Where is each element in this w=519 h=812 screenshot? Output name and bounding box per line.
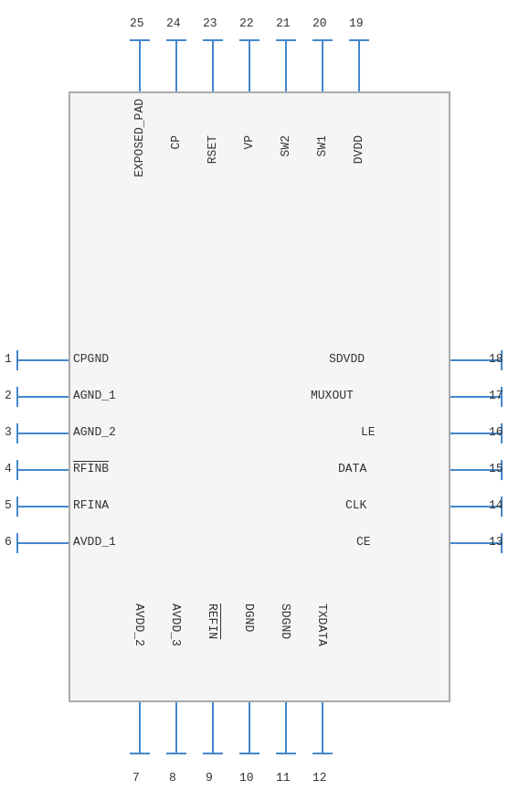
pin-5-label: RFINA — [73, 498, 109, 512]
pin-22-number: 22 — [239, 16, 254, 30]
pin-15-label: DATA — [338, 462, 366, 475]
pin-17-label: MUXOUT — [311, 389, 354, 402]
pin-14-number: 14 — [489, 498, 503, 512]
pin-19-label: DVDD — [352, 135, 365, 164]
pin-2-number: 2 — [5, 389, 12, 402]
pin-1-tick — [16, 350, 18, 370]
pin-12-number: 12 — [312, 771, 327, 785]
pin-21-line — [285, 41, 287, 91]
pin-11-tick — [276, 753, 296, 754]
pin-23-number: 23 — [203, 16, 217, 30]
pin-15-number: 15 — [489, 462, 503, 475]
pin-14-label: CLK — [345, 498, 366, 512]
pin-9-number: 9 — [206, 771, 213, 785]
ic-diagram: 25 EXPOSED_PAD 24 CP 23 RSET 22 VP 21 SW… — [0, 0, 519, 812]
pin-6-tick — [16, 533, 18, 553]
pin-13-number: 13 — [489, 535, 503, 549]
pin-24-tick — [166, 39, 186, 41]
pin-1-label: CPGND — [73, 352, 109, 366]
pin-2-tick — [16, 387, 18, 407]
pin-11-label: SDGND — [279, 604, 292, 639]
pin-20-number: 20 — [312, 16, 327, 30]
pin-8-label: AVDD_3 — [169, 604, 183, 646]
pin-19-line — [358, 41, 360, 91]
pin-3-line — [18, 433, 69, 434]
pin-1-line — [18, 359, 69, 361]
pin-25-line — [139, 41, 141, 91]
pin-3-number: 3 — [5, 425, 12, 439]
pin-6-number: 6 — [5, 535, 12, 549]
pin-3-tick — [16, 423, 18, 443]
pin-4-label: RFINB — [73, 462, 109, 475]
pin-2-line — [18, 396, 69, 398]
pin-25-label: EXPOSED_PAD — [132, 99, 146, 177]
pin-19-tick — [349, 39, 369, 41]
pin-24-line — [175, 41, 177, 91]
pin-18-number: 18 — [489, 352, 503, 366]
pin-10-number: 10 — [239, 771, 254, 785]
pin-8-line — [175, 702, 177, 753]
pin-5-number: 5 — [5, 498, 12, 512]
pin-4-line — [18, 469, 69, 471]
pin-5-line — [18, 506, 69, 508]
pin-23-line — [212, 41, 214, 91]
pin-24-label: CP — [169, 135, 183, 150]
pin-10-line — [249, 702, 250, 753]
pin-7-line — [139, 702, 141, 753]
pin-12-label: TXDATA — [315, 604, 329, 646]
pin-23-label: RSET — [206, 135, 219, 164]
pin-7-tick — [130, 753, 150, 754]
ic-body — [69, 91, 450, 702]
pin-24-number: 24 — [166, 16, 181, 30]
pin-4-tick — [16, 460, 18, 480]
pin-11-line — [285, 702, 287, 753]
pin-8-tick — [166, 753, 186, 754]
pin-21-number: 21 — [276, 16, 291, 30]
pin-21-tick — [276, 39, 296, 41]
pin-20-line — [322, 41, 323, 91]
pin-20-label: SW1 — [315, 135, 329, 156]
pin-6-line — [18, 542, 69, 544]
pin-22-tick — [239, 39, 260, 41]
pin-5-tick — [16, 497, 18, 517]
pin-11-number: 11 — [276, 771, 291, 785]
pin-22-line — [249, 41, 250, 91]
pin-25-tick — [130, 39, 150, 41]
pin-20-tick — [312, 39, 333, 41]
pin-7-number: 7 — [132, 771, 140, 785]
pin-16-number: 16 — [489, 425, 503, 439]
pin-8-number: 8 — [169, 771, 176, 785]
pin-9-line — [212, 702, 214, 753]
pin-9-tick — [203, 753, 223, 754]
pin-4-number: 4 — [5, 462, 12, 475]
pin-7-label: AVDD_2 — [132, 604, 146, 646]
pin-12-line — [322, 702, 323, 753]
pin-23-tick — [203, 39, 223, 41]
pin-10-tick — [239, 753, 260, 754]
pin-1-number: 1 — [5, 352, 12, 366]
pin-3-label: AGND_2 — [73, 425, 116, 439]
pin-18-label: SDVDD — [329, 352, 365, 366]
pin-2-label: AGND_1 — [73, 389, 116, 402]
pin-22-label: VP — [242, 135, 256, 150]
pin-13-label: CE — [356, 535, 371, 549]
pin-9-label: REFIN — [206, 604, 219, 639]
pin-21-label: SW2 — [279, 135, 292, 156]
pin-17-number: 17 — [489, 389, 503, 402]
pin-16-label: LE — [361, 425, 376, 439]
pin-12-tick — [312, 753, 333, 754]
pin-25-number: 25 — [130, 16, 144, 30]
pin-6-label: AVDD_1 — [73, 535, 116, 549]
pin-10-label: DGND — [242, 604, 256, 632]
pin-19-number: 19 — [349, 16, 364, 30]
